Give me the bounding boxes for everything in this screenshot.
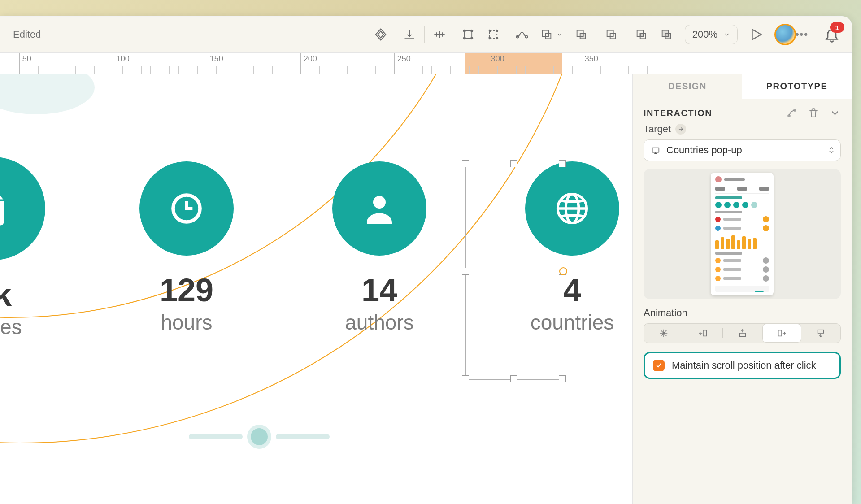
- stat-countries[interactable]: 4 countries: [525, 161, 619, 339]
- document-status: — Edited: [0, 29, 41, 40]
- svg-rect-20: [580, 34, 585, 39]
- zoom-value: 200%: [692, 29, 718, 40]
- delete-interaction-icon[interactable]: [808, 107, 819, 119]
- chevron-down-icon: [724, 31, 730, 38]
- target-row: Target: [644, 123, 841, 135]
- svg-rect-39: [778, 330, 782, 336]
- collapse-section-icon[interactable]: [829, 107, 841, 119]
- preview-phone-mock: [711, 173, 774, 295]
- svg-point-30: [373, 196, 386, 209]
- target-label: Target: [644, 123, 671, 135]
- checkbox-checked-icon: [653, 360, 665, 371]
- svg-rect-37: [703, 330, 706, 336]
- svg-point-7: [471, 30, 473, 32]
- document-icon: [0, 186, 14, 231]
- artboard-icon: [650, 145, 661, 155]
- stat-icon-circle: [0, 157, 45, 260]
- pager-segment: [189, 434, 243, 439]
- ruler-label: 200: [300, 53, 317, 75]
- more-menu[interactable]: •••: [796, 29, 809, 40]
- clock-icon: [169, 191, 204, 226]
- svg-rect-10: [490, 31, 497, 38]
- add-interaction-icon[interactable]: [786, 107, 798, 119]
- stat-hours: 129 hours: [139, 161, 234, 339]
- stat-icon-circle: [139, 161, 234, 256]
- inspector-tabs: DESIGN PROTOTYPE: [633, 74, 852, 99]
- animation-slide-up[interactable]: [723, 324, 762, 343]
- toolbar-separator: [626, 26, 626, 43]
- create-symbol-button[interactable]: [370, 24, 391, 45]
- svg-rect-5: [465, 31, 472, 38]
- stat-authors: 14 authors: [332, 161, 426, 339]
- toolbar: — Edited: [0, 17, 852, 53]
- person-icon: [361, 190, 398, 227]
- target-value: Countries pop-up: [666, 144, 742, 156]
- tab-prototype[interactable]: PROTOTYPE: [742, 74, 852, 99]
- svg-rect-18: [545, 34, 551, 39]
- svg-point-6: [463, 30, 465, 32]
- horizontal-ruler[interactable]: 50100150200250300350: [0, 53, 852, 75]
- subtract-button[interactable]: [601, 24, 622, 45]
- animation-slide-left[interactable]: [683, 324, 722, 343]
- stat-value: 14: [361, 272, 397, 308]
- distribute-horizontal-button[interactable]: [429, 24, 450, 45]
- user-avatar[interactable]: [774, 24, 796, 45]
- scale-button[interactable]: [540, 24, 563, 45]
- animation-label: Animation: [644, 307, 841, 319]
- difference-button[interactable]: [656, 24, 677, 45]
- svg-rect-40: [818, 330, 824, 333]
- svg-point-11: [488, 30, 490, 32]
- notification-badge: 1: [830, 22, 844, 33]
- target-arrow-icon: [675, 124, 686, 135]
- stat-label: authors: [345, 310, 413, 335]
- canvas[interactable]: 5k pages 129 hours 14 auth: [0, 74, 632, 504]
- svg-rect-36: [652, 148, 659, 152]
- svg-point-34: [788, 115, 790, 117]
- union-button[interactable]: [571, 24, 591, 45]
- ruler-label: 100: [113, 53, 130, 75]
- stat-icon-circle: [332, 161, 426, 256]
- notifications-button[interactable]: 1: [824, 26, 840, 43]
- svg-rect-22: [610, 34, 615, 39]
- target-select[interactable]: Countries pop-up: [644, 139, 841, 161]
- svg-point-13: [488, 37, 490, 39]
- target-preview: [644, 169, 841, 299]
- align-bottom-button[interactable]: [399, 24, 420, 45]
- maintain-scroll-option[interactable]: Maintain scroll position after click: [644, 352, 841, 379]
- stat-icon-circle: [525, 161, 619, 256]
- pager-thumb[interactable]: [251, 428, 268, 445]
- play-icon: [748, 27, 764, 42]
- tab-design[interactable]: DESIGN: [633, 74, 742, 99]
- preview-play-button[interactable]: [746, 24, 766, 45]
- carousel-pager[interactable]: [189, 428, 330, 445]
- ungroup-button[interactable]: [483, 24, 504, 45]
- stat-pages: 5k pages: [0, 161, 41, 339]
- chevron-down-icon: [557, 31, 563, 38]
- interaction-section: INTERACTION Target Countries pop-up: [633, 99, 852, 379]
- toolbar-separator: [424, 26, 425, 43]
- ruler-label: 350: [582, 53, 598, 75]
- ruler-label: 250: [394, 53, 411, 75]
- app-window: — Edited: [0, 16, 852, 504]
- color-picker-button[interactable]: [512, 24, 532, 45]
- group-button[interactable]: [458, 24, 478, 45]
- select-stepper-icon: [829, 147, 834, 154]
- svg-marker-28: [752, 30, 761, 40]
- stat-label: pages: [0, 315, 22, 339]
- stat-value: 5k: [0, 276, 12, 313]
- ruler-label: 50: [19, 53, 31, 75]
- animation-slide-down[interactable]: [801, 324, 840, 343]
- svg-rect-27: [665, 34, 670, 39]
- zoom-control[interactable]: 200%: [685, 25, 738, 44]
- toolbar-separator: [596, 26, 596, 43]
- section-title: INTERACTION: [644, 108, 712, 118]
- intersect-button[interactable]: [631, 24, 652, 45]
- animation-slide-right[interactable]: [762, 324, 801, 343]
- animation-none[interactable]: [644, 324, 683, 343]
- globe-icon: [553, 189, 591, 228]
- svg-point-9: [471, 37, 473, 39]
- svg-point-8: [463, 37, 465, 39]
- svg-point-14: [496, 37, 498, 39]
- stat-label: hours: [161, 310, 212, 335]
- inspector-panel: DESIGN PROTOTYPE INTERACTION Target: [632, 74, 852, 504]
